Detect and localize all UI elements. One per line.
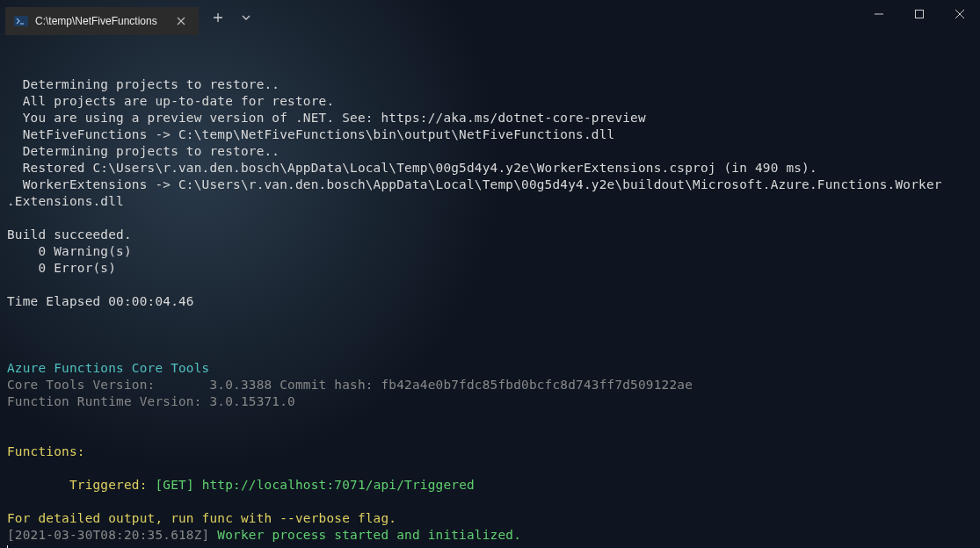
tab-strip: C:\temp\NetFiveFunctions — [0, 0, 199, 35]
minimize-button[interactable] — [859, 0, 899, 28]
titlebar: C:\temp\NetFiveFunctions — [0, 0, 980, 35]
svg-rect-0 — [14, 16, 28, 26]
trigger-url: http://localhost:7071/api/Triggered — [202, 478, 475, 492]
trigger-name: Triggered: — [7, 478, 148, 492]
verbose-hint: For detailed output, run func with --ver… — [7, 511, 396, 525]
tab-active[interactable]: C:\temp\NetFiveFunctions — [5, 7, 199, 35]
log-timestamp: [2021-03-30T08:20:35.618Z] — [7, 528, 217, 542]
trigger-method: [GET] — [148, 478, 202, 492]
svg-rect-1 — [916, 11, 924, 18]
build-output: Determining projects to restore.. All pr… — [7, 77, 942, 308]
close-window-button[interactable] — [940, 0, 980, 28]
runtime-version: Function Runtime Version: 3.0.15371.0 — [7, 394, 295, 408]
core-tools-version: Core Tools Version: 3.0.3388 Commit hash… — [7, 378, 693, 392]
new-tab-button[interactable] — [206, 5, 230, 30]
tab-controls — [199, 0, 265, 35]
tab-dropdown-button[interactable] — [234, 5, 258, 30]
window-controls — [859, 0, 980, 35]
functions-header: Functions: — [7, 444, 85, 458]
titlebar-drag-region[interactable] — [265, 0, 859, 35]
tab-close-button[interactable] — [174, 14, 188, 28]
maximize-button[interactable] — [899, 0, 940, 28]
core-tools-header: Azure Functions Core Tools — [7, 361, 209, 375]
terminal-output[interactable]: Determining projects to restore.. All pr… — [0, 35, 980, 548]
tab-title: C:\temp\NetFiveFunctions — [35, 15, 167, 27]
powershell-icon — [14, 14, 28, 28]
log-message: Worker process started and initialized. — [217, 528, 521, 542]
